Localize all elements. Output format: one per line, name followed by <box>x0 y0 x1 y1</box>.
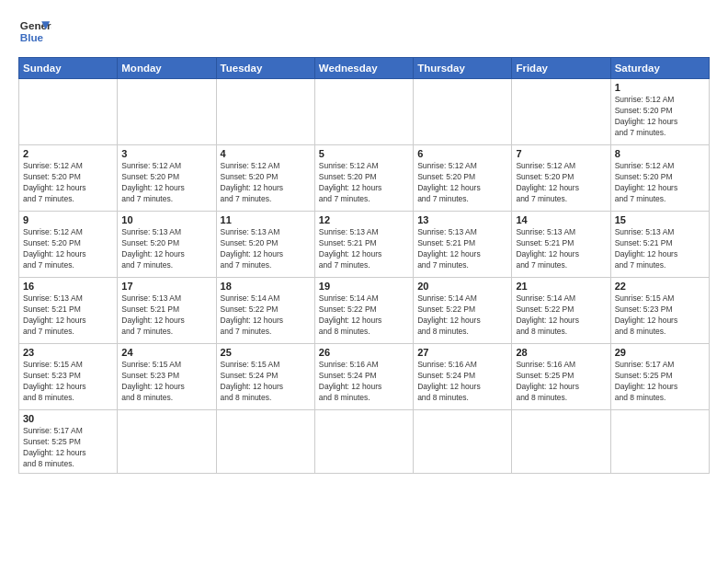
day-info: Sunrise: 5:12 AMSunset: 5:20 PMDaylight:… <box>615 95 705 139</box>
day-number: 12 <box>319 214 409 225</box>
week-row-3: 9Sunrise: 5:12 AMSunset: 5:20 PMDaylight… <box>19 212 710 278</box>
day-cell: 29Sunrise: 5:17 AMSunset: 5:25 PMDayligh… <box>610 344 709 410</box>
day-header-monday: Monday <box>118 58 216 79</box>
day-cell: 25Sunrise: 5:15 AMSunset: 5:24 PMDayligh… <box>216 344 314 410</box>
day-info: Sunrise: 5:13 AMSunset: 5:21 PMDaylight:… <box>121 293 211 338</box>
day-number: 7 <box>516 148 606 159</box>
day-number: 24 <box>121 347 211 358</box>
day-header-sunday: Sunday <box>19 58 118 79</box>
day-cell: 17Sunrise: 5:13 AMSunset: 5:21 PMDayligh… <box>118 278 216 344</box>
day-cell: 24Sunrise: 5:15 AMSunset: 5:23 PMDayligh… <box>118 344 216 410</box>
week-row-2: 2Sunrise: 5:12 AMSunset: 5:20 PMDaylight… <box>19 145 710 212</box>
day-number: 13 <box>417 214 507 225</box>
day-cell: 14Sunrise: 5:13 AMSunset: 5:21 PMDayligh… <box>512 212 610 278</box>
day-cell: 30Sunrise: 5:17 AMSunset: 5:25 PMDayligh… <box>19 410 118 474</box>
day-number: 26 <box>319 347 409 358</box>
day-cell: 10Sunrise: 5:13 AMSunset: 5:20 PMDayligh… <box>118 212 216 278</box>
day-number: 19 <box>319 281 409 292</box>
day-cell <box>512 410 610 474</box>
calendar-table: SundayMondayTuesdayWednesdayThursdayFrid… <box>18 57 710 474</box>
day-number: 8 <box>615 148 705 159</box>
day-info: Sunrise: 5:15 AMSunset: 5:23 PMDaylight:… <box>23 360 113 404</box>
day-cell <box>216 410 314 474</box>
week-row-6: 30Sunrise: 5:17 AMSunset: 5:25 PMDayligh… <box>19 410 710 474</box>
day-cell <box>118 79 216 145</box>
day-info: Sunrise: 5:12 AMSunset: 5:20 PMDaylight:… <box>417 161 507 205</box>
day-cell: 19Sunrise: 5:14 AMSunset: 5:22 PMDayligh… <box>314 278 413 344</box>
day-info: Sunrise: 5:13 AMSunset: 5:20 PMDaylight:… <box>221 227 311 271</box>
day-info: Sunrise: 5:12 AMSunset: 5:20 PMDaylight:… <box>221 161 311 205</box>
day-cell: 4Sunrise: 5:12 AMSunset: 5:20 PMDaylight… <box>216 145 314 212</box>
day-cell <box>610 410 709 474</box>
day-number: 27 <box>417 347 507 358</box>
day-info: Sunrise: 5:12 AMSunset: 5:20 PMDaylight:… <box>121 161 211 205</box>
day-number: 30 <box>23 413 113 424</box>
day-cell: 5Sunrise: 5:12 AMSunset: 5:20 PMDaylight… <box>314 145 413 212</box>
day-info: Sunrise: 5:12 AMSunset: 5:20 PMDaylight:… <box>615 161 705 205</box>
day-info: Sunrise: 5:13 AMSunset: 5:21 PMDaylight:… <box>615 227 705 271</box>
day-cell: 26Sunrise: 5:16 AMSunset: 5:24 PMDayligh… <box>314 344 413 410</box>
day-number: 11 <box>221 214 311 225</box>
calendar-page: General Blue SundayMondayTuesdayWednesda… <box>0 0 728 563</box>
day-cell <box>414 410 512 474</box>
day-header-thursday: Thursday <box>414 58 512 79</box>
day-cell: 13Sunrise: 5:13 AMSunset: 5:21 PMDayligh… <box>414 212 512 278</box>
day-info: Sunrise: 5:12 AMSunset: 5:20 PMDaylight:… <box>23 161 113 205</box>
day-cell: 6Sunrise: 5:12 AMSunset: 5:20 PMDaylight… <box>414 145 512 212</box>
day-info: Sunrise: 5:16 AMSunset: 5:24 PMDaylight:… <box>319 360 409 404</box>
day-info: Sunrise: 5:17 AMSunset: 5:25 PMDaylight:… <box>615 360 705 404</box>
day-cell <box>19 79 118 145</box>
day-info: Sunrise: 5:16 AMSunset: 5:24 PMDaylight:… <box>417 360 507 404</box>
day-info: Sunrise: 5:14 AMSunset: 5:22 PMDaylight:… <box>319 293 409 338</box>
logo-icon: General Blue <box>18 15 51 48</box>
day-info: Sunrise: 5:12 AMSunset: 5:20 PMDaylight:… <box>319 161 409 205</box>
day-cell: 22Sunrise: 5:15 AMSunset: 5:23 PMDayligh… <box>610 278 709 344</box>
day-info: Sunrise: 5:13 AMSunset: 5:21 PMDaylight:… <box>516 227 606 271</box>
day-info: Sunrise: 5:14 AMSunset: 5:22 PMDaylight:… <box>417 293 507 338</box>
day-cell: 15Sunrise: 5:13 AMSunset: 5:21 PMDayligh… <box>610 212 709 278</box>
day-info: Sunrise: 5:13 AMSunset: 5:20 PMDaylight:… <box>121 227 211 271</box>
day-cell: 8Sunrise: 5:12 AMSunset: 5:20 PMDaylight… <box>610 145 709 212</box>
day-number: 4 <box>221 148 311 159</box>
day-cell: 23Sunrise: 5:15 AMSunset: 5:23 PMDayligh… <box>19 344 118 410</box>
day-info: Sunrise: 5:12 AMSunset: 5:20 PMDaylight:… <box>23 227 113 271</box>
day-number: 5 <box>319 148 409 159</box>
header-row: SundayMondayTuesdayWednesdayThursdayFrid… <box>19 58 710 79</box>
day-info: Sunrise: 5:15 AMSunset: 5:23 PMDaylight:… <box>615 293 705 338</box>
week-row-5: 23Sunrise: 5:15 AMSunset: 5:23 PMDayligh… <box>19 344 710 410</box>
day-cell: 12Sunrise: 5:13 AMSunset: 5:21 PMDayligh… <box>314 212 413 278</box>
day-info: Sunrise: 5:13 AMSunset: 5:21 PMDaylight:… <box>23 293 113 338</box>
day-cell: 1Sunrise: 5:12 AMSunset: 5:20 PMDaylight… <box>610 79 709 145</box>
day-cell: 2Sunrise: 5:12 AMSunset: 5:20 PMDaylight… <box>19 145 118 212</box>
header: General Blue <box>18 15 710 48</box>
week-row-1: 1Sunrise: 5:12 AMSunset: 5:20 PMDaylight… <box>19 79 710 145</box>
day-cell <box>314 79 413 145</box>
logo: General Blue <box>18 15 51 48</box>
day-number: 28 <box>516 347 606 358</box>
day-header-saturday: Saturday <box>610 58 709 79</box>
day-info: Sunrise: 5:12 AMSunset: 5:20 PMDaylight:… <box>516 161 606 205</box>
day-cell <box>314 410 413 474</box>
day-number: 1 <box>615 82 705 93</box>
day-cell <box>414 79 512 145</box>
day-number: 25 <box>221 347 311 358</box>
day-cell <box>512 79 610 145</box>
day-info: Sunrise: 5:17 AMSunset: 5:25 PMDaylight:… <box>23 426 113 470</box>
day-info: Sunrise: 5:13 AMSunset: 5:21 PMDaylight:… <box>319 227 409 271</box>
day-number: 18 <box>221 281 311 292</box>
day-number: 21 <box>516 281 606 292</box>
day-cell: 7Sunrise: 5:12 AMSunset: 5:20 PMDaylight… <box>512 145 610 212</box>
day-number: 3 <box>121 148 211 159</box>
day-cell: 28Sunrise: 5:16 AMSunset: 5:25 PMDayligh… <box>512 344 610 410</box>
day-number: 23 <box>23 347 113 358</box>
day-cell <box>216 79 314 145</box>
svg-text:Blue: Blue <box>20 31 44 43</box>
day-cell: 21Sunrise: 5:14 AMSunset: 5:22 PMDayligh… <box>512 278 610 344</box>
day-info: Sunrise: 5:14 AMSunset: 5:22 PMDaylight:… <box>516 293 606 338</box>
day-cell: 18Sunrise: 5:14 AMSunset: 5:22 PMDayligh… <box>216 278 314 344</box>
day-info: Sunrise: 5:15 AMSunset: 5:24 PMDaylight:… <box>221 360 311 404</box>
day-cell: 16Sunrise: 5:13 AMSunset: 5:21 PMDayligh… <box>19 278 118 344</box>
day-cell <box>118 410 216 474</box>
day-header-friday: Friday <box>512 58 610 79</box>
day-number: 9 <box>23 214 113 225</box>
